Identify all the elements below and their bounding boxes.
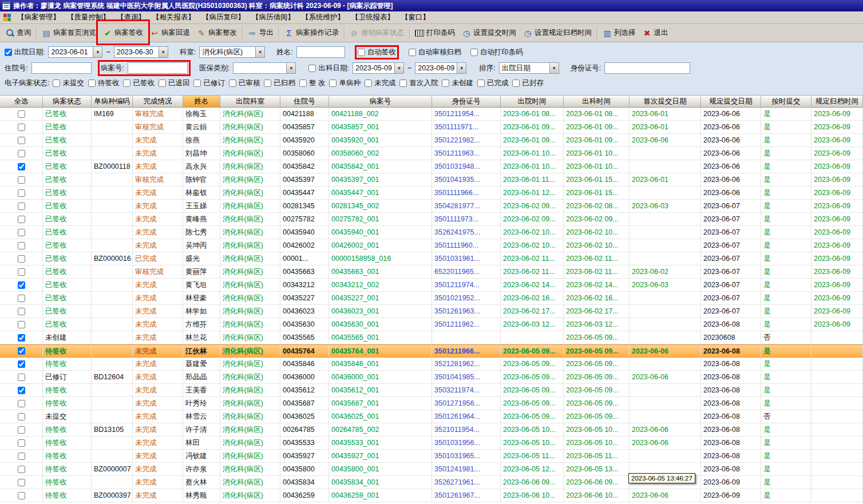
row-checkbox[interactable] — [18, 242, 25, 249]
status-option-checkbox[interactable] — [193, 80, 201, 87]
table-row[interactable]: 待签收未完成林田消化科(病区)0043553300435533_00135010… — [0, 436, 863, 450]
case-no-input[interactable] — [128, 62, 188, 74]
row-checkbox[interactable] — [18, 110, 25, 118]
toolbar-button-export[interactable]: ⇨导出 — [244, 26, 277, 40]
status-option-13[interactable]: 已封存 — [512, 78, 544, 88]
status-option-12[interactable]: 已完成 — [477, 78, 509, 88]
row-checkbox[interactable] — [18, 439, 25, 447]
row-checkbox[interactable] — [18, 387, 25, 394]
table-row[interactable]: 待签收未完成叶秀玲消化科(病区)0043568700435687_0013501… — [0, 397, 863, 410]
patient-name-input[interactable] — [296, 46, 345, 58]
menu-item-5[interactable]: 【病历借阅】 — [248, 11, 298, 23]
menu-item-4[interactable]: 【病历复印】 — [199, 11, 248, 23]
row-checkbox[interactable] — [18, 203, 25, 210]
column-header-status[interactable]: 病案状态 — [43, 96, 92, 107]
column-header-dept_out[interactable]: 出科时间 — [564, 96, 630, 107]
status-option-checkbox[interactable] — [299, 80, 307, 87]
id-no-input[interactable] — [604, 62, 690, 74]
menu-item-7[interactable]: 【卫统报表】 — [348, 11, 398, 23]
toolbar-button-record-rectify[interactable]: ✎病案整改 — [193, 26, 240, 40]
column-header-dept[interactable]: 出院科室 — [220, 96, 280, 107]
table-row[interactable]: 已签收IM169审核完成徐梅玉消化科(病区)0042118800421188_0… — [0, 108, 863, 121]
column-header-id_no[interactable]: 身份证号 — [432, 96, 501, 107]
column-header-archive_deadline[interactable]: 规定归档时间 — [811, 96, 863, 107]
row-checkbox[interactable] — [18, 281, 25, 289]
chevron-down-icon[interactable]: ▼ — [93, 47, 102, 57]
table-row[interactable]: 已签收审核完成陈钟官消化科(病区)0043539700435397_001350… — [0, 173, 863, 186]
table-row[interactable]: 已签收未完成林登豪消化科(病区)0043522700435227_0013501… — [0, 292, 863, 305]
table-row[interactable]: 已签收未完成陈七秀消化科(病区)0043594000435940_0013526… — [0, 226, 863, 239]
table-row[interactable]: 已签收未完成徐燕消化科(病区)0043592000435920_00135012… — [0, 134, 863, 147]
status-option-7[interactable]: 整 改 — [299, 78, 325, 88]
menu-item-8[interactable]: 【窗口】 — [398, 11, 433, 23]
row-checkbox[interactable] — [18, 400, 25, 407]
table-row[interactable]: 已签收未完成刘昌坤消化科(病区)0035806000358060_0023501… — [0, 147, 863, 160]
status-option-checkbox[interactable] — [123, 80, 130, 87]
table-row[interactable]: 待签收未完成王美香消化科(病区)0043561200435612_0013503… — [0, 384, 863, 397]
status-option-5[interactable]: 已审核 — [229, 78, 260, 88]
toolbar-button-revoke-status[interactable]: ⊘撤销病案状态 — [346, 26, 407, 40]
discharge-date-checkbox[interactable] — [5, 49, 12, 56]
table-row[interactable]: 已签收未完成黄飞坦消化科(病区)0034321200343212_0023501… — [0, 279, 863, 292]
status-option-checkbox[interactable] — [229, 80, 236, 87]
column-header-code[interactable]: 单病种编码 — [92, 96, 133, 107]
status-option-2[interactable]: 已签收 — [123, 78, 155, 88]
status-option-3[interactable]: 已退回 — [159, 78, 190, 88]
discharge-date-to-select[interactable]: 2023-06-30 ▼ — [114, 46, 168, 58]
row-checkbox[interactable] — [18, 295, 25, 302]
discharge-date-from-select[interactable]: 2023-06-01 ▼ — [48, 46, 102, 58]
table-row[interactable]: 已签收未完成林銮钗消化科(病区)0043544700435447_0013501… — [0, 186, 863, 200]
table-row[interactable]: 未提交未完成林雪云消化科(病区)0043602500436025_0013501… — [0, 410, 863, 423]
row-checkbox[interactable] — [18, 163, 25, 170]
table-row[interactable]: 已签收未完成林学如消化科(病区)0043602300436023_0013501… — [0, 305, 863, 318]
status-option-checkbox[interactable] — [88, 80, 96, 87]
chevron-down-icon[interactable]: ▼ — [159, 47, 168, 57]
row-checkbox[interactable] — [18, 466, 25, 473]
row-checkbox[interactable] — [18, 176, 25, 184]
row-checkbox[interactable] — [18, 216, 25, 223]
table-row[interactable]: 已签收审核完成黄丽萍消化科(病区)0043566300435663_001652… — [0, 265, 863, 279]
chevron-down-icon[interactable]: ▼ — [394, 63, 403, 73]
status-option-4[interactable]: 已修订 — [193, 78, 225, 88]
auto-print-toggle[interactable]: 自动打印条码 — [470, 47, 523, 57]
column-header-first_submit[interactable]: 首次提交日期 — [630, 96, 701, 107]
status-option-8[interactable]: 单病种 — [329, 78, 361, 88]
chevron-down-icon[interactable]: ▼ — [255, 47, 264, 57]
row-checkbox[interactable] — [18, 347, 25, 355]
table-row[interactable]: 待签收未完成江伙林消化科(病区)0043576400435764_0013501… — [0, 344, 863, 358]
out-date-toggle[interactable]: 出科日期: — [308, 64, 349, 73]
toolbar-button-print-barcode[interactable]: 打印条码 — [411, 26, 458, 40]
table-row[interactable]: 未创建未完成林兰花消化科(病区)0043556500435565_0012023… — [0, 331, 863, 344]
toolbar-button-query[interactable]: 查询 — [2, 26, 34, 40]
toolbar-button-record-return[interactable]: ↩病案回退 — [147, 26, 193, 40]
row-checkbox[interactable] — [18, 492, 25, 499]
row-checkbox[interactable] — [18, 189, 25, 197]
status-option-10[interactable]: 首次入院 — [399, 78, 438, 88]
menu-item-6[interactable]: 【系统维护】 — [298, 11, 348, 23]
row-checkbox[interactable] — [18, 453, 25, 460]
menu-item-3[interactable]: 【相关报表】 — [149, 11, 199, 23]
column-header-completion[interactable]: 完成情况 — [133, 96, 183, 107]
menu-item-2[interactable]: 【查询】 — [113, 11, 149, 23]
chevron-down-icon[interactable]: ▼ — [286, 63, 295, 73]
auto-audit-toggle[interactable]: 自动审核归档 — [409, 47, 461, 57]
chevron-down-icon[interactable]: ▼ — [457, 63, 466, 73]
auto-audit-checkbox[interactable] — [409, 49, 416, 56]
toolbar-button-set-submit-time[interactable]: ◷设置提交时间 — [458, 26, 520, 40]
table-row[interactable]: 已签收未完成黄峰燕消化科(病区)0027578200275782_0013501… — [0, 213, 863, 226]
discharge-date-toggle[interactable]: 出院日期: — [5, 47, 45, 57]
table-row[interactable]: 待签收BZ0000397未完成林秀顺消化科(病区)004362590043625… — [0, 489, 863, 502]
row-checkbox[interactable] — [18, 374, 25, 381]
status-option-checkbox[interactable] — [512, 80, 520, 87]
sort-select[interactable]: 出院日期 ▼ — [499, 62, 559, 74]
table-row[interactable]: 待签收未完成冯钦建消化科(病区)0043592700435927_0013501… — [0, 450, 863, 463]
row-checkbox[interactable] — [18, 334, 25, 342]
column-header-on_time[interactable]: 按时提交 — [761, 96, 811, 107]
column-header-case_no[interactable]: 病案号 — [329, 96, 432, 107]
auto-sign-checkbox[interactable] — [358, 49, 365, 56]
toolbar-button-column-select[interactable]: ▥列选择 — [599, 26, 639, 40]
status-option-0[interactable]: 未提交 — [53, 78, 84, 88]
status-option-checkbox[interactable] — [442, 80, 449, 87]
table-row[interactable]: 待签收未完成聂建爱消化科(病区)0043584600435846_0013521… — [0, 358, 863, 371]
status-option-checkbox[interactable] — [53, 80, 60, 87]
